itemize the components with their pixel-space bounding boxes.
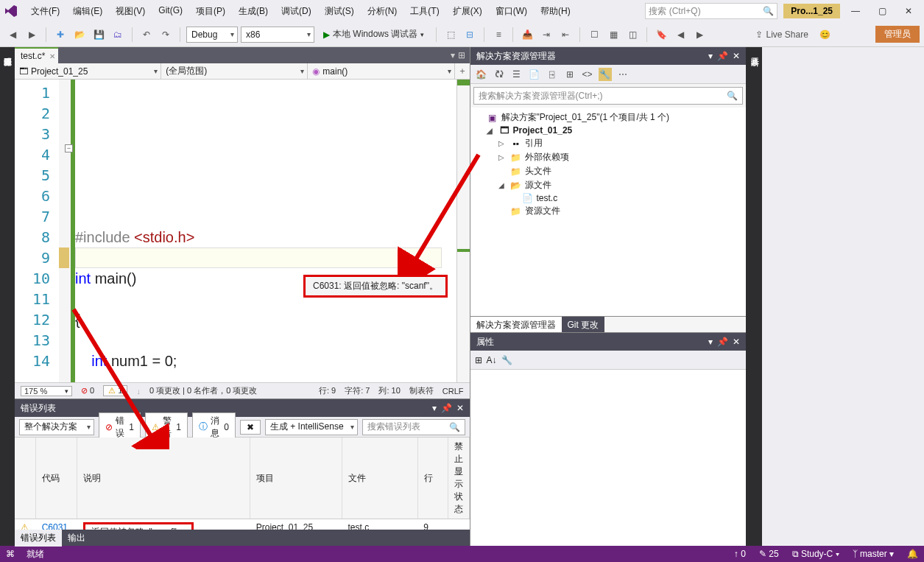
col-desc[interactable]: 说明	[77, 438, 250, 519]
tb-icon-1[interactable]: ⬚	[442, 27, 459, 43]
menu-project[interactable]: 项目(P)	[190, 2, 231, 21]
menu-build[interactable]: 生成(B)	[233, 2, 274, 21]
admin-badge[interactable]: 管理员	[875, 26, 920, 43]
menu-git[interactable]: Git(G)	[152, 2, 188, 21]
tab-solution-explorer[interactable]: 解决方案资源管理器	[470, 317, 562, 332]
save-button[interactable]: 💾	[91, 27, 107, 43]
tb-icon-11[interactable]: ◀	[672, 27, 688, 43]
close-icon[interactable]: ✕	[456, 403, 464, 413]
tree-project[interactable]: ◢🗔Project_01_25	[475, 124, 741, 136]
open-button[interactable]: 📂	[71, 27, 88, 43]
menu-help[interactable]: 帮助(H)	[535, 2, 576, 21]
status-shell-icon[interactable]: ⌘	[6, 549, 15, 559]
brackets-icon[interactable]: <>	[581, 68, 594, 81]
menu-edit[interactable]: 编辑(E)	[67, 2, 108, 21]
tree-testc[interactable]: 📄test.c	[475, 192, 741, 204]
tb-icon-6[interactable]: ⇤	[557, 27, 574, 43]
menu-window[interactable]: 窗口(W)	[490, 2, 533, 21]
table-row[interactable]: ⚠ C6031 返回值被忽略: "scanf"。 Project_01_25 t…	[15, 519, 469, 530]
tree-solution-root[interactable]: ▣解决方案"Project_01_25"(1 个项目/共 1 个)	[475, 110, 741, 124]
forward-button[interactable]: ▶	[24, 27, 40, 43]
tree-sources[interactable]: ◢📂源文件	[475, 178, 741, 192]
new-button[interactable]: ✚	[52, 27, 68, 43]
redo-button[interactable]: ↷	[158, 27, 174, 43]
minimize-button[interactable]: —	[843, 1, 868, 21]
project-name-badge[interactable]: Pro...1_25	[783, 4, 840, 18]
panel-dropdown-icon[interactable]: ▾	[708, 337, 713, 347]
right-vertical-tab[interactable]: 诊断工具	[746, 47, 762, 546]
doc-icon[interactable]: 📄	[528, 68, 541, 81]
close-icon[interactable]: ✕	[49, 52, 55, 60]
status-repo[interactable]: ⧉ Study-C ▾	[792, 549, 839, 559]
quick-search-input[interactable]: 搜索 (Ctrl+Q) 🔍	[645, 3, 777, 19]
start-debug-button[interactable]: ▶本地 Windows 调试器▾	[317, 27, 430, 43]
error-list-table[interactable]: 代码 说明 项目 文件 行 禁止显示状态 ⚠ C6031 返回值被忽略: "sc…	[15, 438, 470, 530]
tb-icon-10[interactable]: 🔖	[653, 27, 669, 43]
show-all-icon[interactable]: ⊞	[563, 68, 576, 81]
panel-dropdown-icon[interactable]: ▾	[708, 51, 713, 61]
panel-dropdown-icon[interactable]: ▾	[432, 403, 437, 413]
menu-view[interactable]: 视图(V)	[110, 2, 151, 21]
tb-icon-5[interactable]: ⇥	[538, 27, 554, 43]
clear-filter[interactable]: ✖	[240, 420, 261, 435]
tb-icon-3[interactable]: ≡	[490, 27, 507, 43]
pin-icon[interactable]: 📌	[717, 337, 728, 347]
server-explorer-tab[interactable]: 服务器资源管理器	[2, 52, 13, 541]
more-icon[interactable]: ⋯	[616, 68, 629, 81]
undo-button[interactable]: ↶	[138, 27, 155, 43]
menu-debug[interactable]: 调试(D)	[275, 2, 317, 21]
tree-extdep[interactable]: ▷📁外部依赖项	[475, 150, 741, 164]
col-project[interactable]: 项目	[250, 438, 342, 519]
tab-split-icon[interactable]: ⊞	[458, 50, 465, 60]
collapse-icon[interactable]: ⍈	[546, 68, 559, 81]
tb-icon-7[interactable]: ☐	[586, 27, 602, 43]
pin-icon[interactable]: 📌	[441, 403, 452, 413]
close-icon[interactable]: ✕	[733, 337, 740, 347]
tb-icon-12[interactable]: ▶	[691, 27, 708, 43]
status-up[interactable]: ↑ 0	[734, 549, 746, 559]
close-icon[interactable]: ✕	[733, 51, 740, 61]
menu-tools[interactable]: 工具(T)	[404, 2, 445, 21]
pin-icon[interactable]: 📌	[717, 51, 728, 61]
col-icon[interactable]	[15, 438, 36, 519]
filter-icon[interactable]: ☰	[510, 68, 523, 81]
tb-icon-9[interactable]: ◫	[624, 27, 641, 43]
tb-icon-2[interactable]: ⊟	[462, 27, 478, 43]
file-tab-test-c[interactable]: test.c* ✕	[15, 47, 58, 63]
tab-output[interactable]: 输出	[62, 530, 91, 547]
col-file[interactable]: 文件	[342, 438, 417, 519]
live-share-button[interactable]: ⇪Live Share	[750, 29, 814, 40]
config-combo[interactable]: Debug	[186, 27, 238, 43]
nav-scope-combo[interactable]: (全局范围)	[161, 63, 308, 79]
status-changes[interactable]: ✎ 25	[759, 549, 779, 559]
error-search-input[interactable]: 搜索错误列表 🔍	[362, 419, 465, 435]
col-line[interactable]: 行	[417, 438, 448, 519]
zoom-combo[interactable]: 175 %	[21, 386, 72, 396]
col-suppress[interactable]: 禁止显示状态	[448, 438, 469, 519]
menu-analyze[interactable]: 分析(N)	[362, 2, 403, 21]
collapse-icon[interactable]: −	[65, 144, 73, 152]
sync-icon[interactable]: 🗘	[493, 68, 506, 81]
menu-test[interactable]: 测试(S)	[319, 2, 360, 21]
home-icon[interactable]: 🏠	[475, 68, 488, 81]
tab-error-list[interactable]: 错误列表	[15, 530, 62, 547]
events-icon[interactable]: 🔧	[501, 355, 512, 365]
nav-project-combo[interactable]: 🗔Project_01_25	[15, 63, 161, 79]
tree-headers[interactable]: 📁头文件	[475, 164, 741, 178]
maximize-button[interactable]: ▢	[870, 1, 895, 21]
feedback-icon[interactable]: 😊	[817, 27, 833, 43]
solution-search-input[interactable]: 搜索解决方案资源管理器(Ctrl+;) 🔍	[473, 87, 743, 105]
categorized-icon[interactable]: ⊞	[475, 355, 482, 365]
platform-combo[interactable]: x86	[241, 27, 314, 43]
build-combo[interactable]: 生成 + IntelliSense	[265, 419, 358, 435]
tree-refs[interactable]: ▷▪▪引用	[475, 136, 741, 150]
wrench-icon[interactable]: 🔧	[599, 68, 612, 81]
tb-icon-4[interactable]: 📥	[519, 27, 535, 43]
solution-tree[interactable]: ▣解决方案"Project_01_25"(1 个项目/共 1 个) ◢🗔Proj…	[470, 108, 746, 316]
code-link[interactable]: C6031	[42, 522, 68, 530]
nav-func-combo[interactable]: ◉main()	[308, 63, 454, 79]
back-button[interactable]: ◀	[4, 27, 21, 43]
status-branch[interactable]: ᛉ master ▾	[853, 549, 894, 559]
menu-file[interactable]: 文件(F)	[25, 2, 66, 21]
menu-extensions[interactable]: 扩展(X)	[447, 2, 488, 21]
